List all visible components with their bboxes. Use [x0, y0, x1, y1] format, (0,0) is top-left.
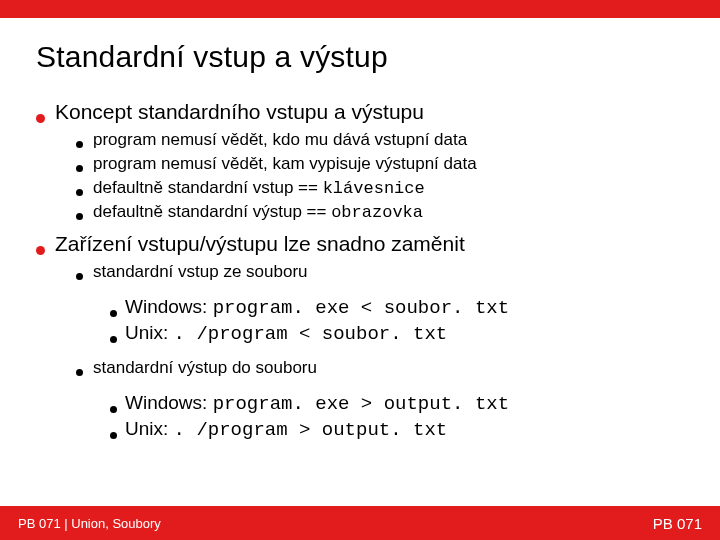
os-label: Windows: — [125, 392, 213, 413]
os-label: Unix: — [125, 322, 174, 343]
list-item: Unix: . /program > output. txt — [110, 418, 684, 441]
list-item: Unix: . /program < soubor. txt — [110, 322, 684, 345]
list-item: Windows: program. exe > output. txt — [110, 392, 684, 415]
bullet-list-level2: program nemusí vědět, kdo mu dává vstupn… — [76, 130, 684, 222]
list-item: standardní výstup do souboru Windows: pr… — [76, 358, 684, 450]
footer-right-text: PB 071 — [653, 515, 702, 532]
bullet-list-level3: Windows: program. exe > output. txt Unix… — [110, 392, 684, 444]
bullet-dot-icon — [110, 336, 117, 343]
list-item: defaultně standardní vstup == klávesnice — [76, 178, 684, 198]
slide: Standardní vstup a výstup Koncept standa… — [0, 0, 720, 540]
command-code: program. exe < soubor. txt — [213, 297, 509, 319]
item-text: Windows: program. exe > output. txt — [125, 392, 509, 415]
os-label: Unix: — [125, 418, 174, 439]
item-code: obrazovka — [331, 203, 423, 222]
bullet-list-level1: Koncept standardního vstupu a výstupu pr… — [36, 100, 684, 450]
section-heading: Koncept standardního vstupu a výstupu — [55, 100, 424, 124]
item-text: Windows: program. exe < soubor. txt — [125, 296, 509, 319]
list-item: program nemusí vědět, kdo mu dává vstupn… — [76, 130, 684, 150]
bullet-dot-icon — [110, 432, 117, 439]
slide-content: Koncept standardního vstupu a výstupu pr… — [36, 100, 684, 460]
item-text-pre: defaultně standardní výstup == — [93, 202, 331, 221]
item-text: defaultně standardní vstup == klávesnice — [93, 178, 425, 198]
top-accent-bar — [0, 0, 720, 18]
item-text: Unix: . /program > output. txt — [125, 418, 447, 441]
item-text-pre: defaultně standardní vstup == — [93, 178, 323, 197]
list-item: defaultně standardní výstup == obrazovka — [76, 202, 684, 222]
command-code: . /program > output. txt — [174, 419, 448, 441]
item-code: klávesnice — [323, 179, 425, 198]
item-text: program nemusí vědět, kam vypisuje výstu… — [93, 154, 477, 174]
command-code: program. exe > output. txt — [213, 393, 509, 415]
section-2: Zařízení vstupu/výstupu lze snadno zaměn… — [36, 232, 684, 450]
bullet-dot-icon — [110, 310, 117, 317]
bullet-dot-icon — [110, 406, 117, 413]
list-item: Windows: program. exe < soubor. txt — [110, 296, 684, 319]
bullet-dot-icon — [76, 273, 83, 280]
bullet-dot-icon — [76, 165, 83, 172]
item-text: standardní výstup do souboru — [93, 358, 317, 378]
bullet-list-level3: Windows: program. exe < soubor. txt Unix… — [110, 296, 684, 348]
os-label: Windows: — [125, 296, 213, 317]
item-text: program nemusí vědět, kdo mu dává vstupn… — [93, 130, 467, 150]
command-code: . /program < soubor. txt — [174, 323, 448, 345]
slide-title: Standardní vstup a výstup — [36, 40, 388, 74]
bullet-list-level2: standardní vstup ze souboru Windows: pro… — [76, 262, 684, 450]
list-item: program nemusí vědět, kam vypisuje výstu… — [76, 154, 684, 174]
item-text: Unix: . /program < soubor. txt — [125, 322, 447, 345]
section-1: Koncept standardního vstupu a výstupu pr… — [36, 100, 684, 222]
item-text: standardní vstup ze souboru — [93, 262, 308, 282]
list-item: standardní vstup ze souboru Windows: pro… — [76, 262, 684, 354]
bullet-disc-icon — [36, 114, 45, 123]
bullet-dot-icon — [76, 213, 83, 220]
footer-bar: PB 071 | Union, Soubory PB 071 — [0, 506, 720, 540]
item-text: defaultně standardní výstup == obrazovka — [93, 202, 423, 222]
footer-left-text: PB 071 | Union, Soubory — [18, 516, 161, 531]
bullet-dot-icon — [76, 189, 83, 196]
bullet-disc-icon — [36, 246, 45, 255]
bullet-dot-icon — [76, 369, 83, 376]
bullet-dot-icon — [76, 141, 83, 148]
section-heading: Zařízení vstupu/výstupu lze snadno zaměn… — [55, 232, 465, 256]
